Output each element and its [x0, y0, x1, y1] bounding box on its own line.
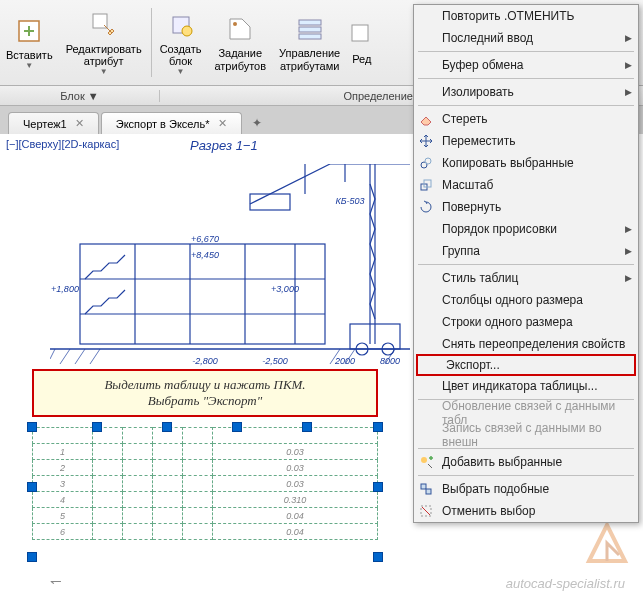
svg-line-49 [422, 507, 430, 515]
manage-attributes-icon [294, 13, 326, 45]
menu-item-9[interactable]: Копировать выбранные [414, 152, 638, 174]
svg-text:8000: 8000 [380, 356, 400, 366]
svg-rect-12 [250, 194, 290, 210]
cad-table[interactable]: 10.03 20.03 30.03 40.310 50.04 60.04 [32, 427, 378, 540]
menu-item-25[interactable]: Добавить выбранные [414, 451, 638, 473]
watermark-logo-icon [583, 519, 631, 567]
grip-handle[interactable] [27, 482, 37, 492]
close-icon[interactable]: ✕ [75, 117, 84, 130]
menu-item-17[interactable]: Строки одного размера [414, 311, 638, 333]
svg-rect-47 [426, 489, 431, 494]
grip-handle[interactable] [232, 422, 242, 432]
chevron-right-icon: ▶ [625, 87, 632, 97]
tag-icon [224, 13, 256, 45]
ribbon-more-button[interactable]: Ред [347, 0, 377, 85]
svg-text:+3,000: +3,000 [271, 284, 299, 294]
menu-item-10[interactable]: Масштаб [414, 174, 638, 196]
add-sel-icon [418, 454, 434, 470]
grip-handle[interactable] [373, 422, 383, 432]
manage-attributes-button[interactable]: Управление атрибутами [273, 0, 347, 85]
watermark-text: autocad-specialist.ru [506, 576, 625, 591]
menu-item-11[interactable]: Повернуть [414, 196, 638, 218]
menu-item-20[interactable]: Цвет индикатора таблицы... [414, 375, 638, 397]
chevron-right-icon: ▶ [625, 273, 632, 283]
rotate-icon [418, 199, 434, 215]
menu-item-5[interactable]: Изолировать▶ [414, 81, 638, 103]
section-title: Разрез 1−1 [190, 138, 258, 153]
viewport-controls[interactable]: [−][Сверху][2D-каркас] [6, 138, 119, 150]
menu-item-8[interactable]: Переместить [414, 130, 638, 152]
svg-rect-7 [299, 34, 321, 39]
insert-block-icon [13, 15, 45, 47]
svg-line-23 [60, 349, 70, 364]
grip-handle[interactable] [373, 552, 383, 562]
menu-item-15[interactable]: Стиль таблиц▶ [414, 267, 638, 289]
edit-attribute-icon [88, 9, 120, 41]
context-menu: Повторить .ОТМЕНИТЬПоследний ввод▶Буфер … [413, 4, 639, 523]
svg-rect-46 [421, 484, 426, 489]
erase-icon [418, 111, 434, 127]
menu-item-18[interactable]: Снять переопределения свойств [414, 333, 638, 355]
insert-button[interactable]: Вставить ▼ [0, 0, 60, 85]
grip-handle[interactable] [373, 482, 383, 492]
chevron-right-icon: ▶ [625, 33, 632, 43]
svg-point-45 [421, 457, 427, 463]
svg-text:КБ-503: КБ-503 [335, 196, 364, 206]
svg-text:-2,500: -2,500 [262, 356, 288, 366]
scroll-left-icon[interactable]: ↽ [50, 573, 62, 589]
instruction-callout: Выделить таблицу и нажать ПКМ. Выбрать "… [32, 369, 378, 417]
grip-handle[interactable] [162, 422, 172, 432]
new-tab-button[interactable]: ✦ [244, 112, 270, 134]
section-drawing: КБ-503 +6,670 +8,450 +1,800 +3,000 -2,80… [50, 164, 410, 364]
svg-line-22 [50, 349, 55, 359]
edit-attribute-button[interactable]: Редактировать атрибут ▼ [60, 0, 149, 85]
svg-point-4 [233, 22, 237, 26]
grip-handle[interactable] [27, 422, 37, 432]
svg-text:2000: 2000 [334, 356, 355, 366]
menu-item-27[interactable]: Выбрать подобные [414, 478, 638, 500]
create-block-button[interactable]: Создать блок ▼ [154, 0, 209, 85]
chevron-right-icon: ▶ [625, 224, 632, 234]
grip-handle[interactable] [302, 422, 312, 432]
close-icon[interactable]: ✕ [218, 117, 227, 130]
copy-icon [418, 155, 434, 171]
panel-block[interactable]: Блок ▼ [0, 90, 160, 102]
menu-item-1[interactable]: Последний ввод▶ [414, 27, 638, 49]
tab-drawing1[interactable]: Чертеж1 ✕ [8, 112, 99, 134]
scale-icon [418, 177, 434, 193]
svg-text:+8,450: +8,450 [191, 250, 219, 260]
chevron-right-icon: ▶ [625, 60, 632, 70]
define-attributes-button[interactable]: Задание атрибутов [208, 0, 273, 85]
menu-item-23: Запись связей с данными во внешн [414, 424, 638, 446]
svg-point-3 [182, 26, 192, 36]
chevron-right-icon: ▶ [625, 246, 632, 256]
grip-handle[interactable] [92, 422, 102, 432]
svg-text:+1,800: +1,800 [51, 284, 79, 294]
create-block-icon [165, 9, 197, 41]
menu-item-19[interactable]: Экспорт... [416, 354, 636, 376]
move-icon [418, 133, 434, 149]
svg-text:-2,800: -2,800 [192, 356, 218, 366]
menu-item-28[interactable]: Отменить выбор [414, 500, 638, 522]
menu-item-16[interactable]: Столбцы одного размера [414, 289, 638, 311]
tab-export-excel[interactable]: Экспорт в Эксель* ✕ [101, 112, 242, 134]
deselect-icon [418, 503, 434, 519]
svg-rect-8 [352, 25, 368, 41]
svg-rect-6 [299, 27, 321, 32]
svg-text:+6,670: +6,670 [191, 234, 219, 244]
menu-item-12[interactable]: Порядок прорисовки▶ [414, 218, 638, 240]
grip-handle[interactable] [27, 552, 37, 562]
menu-item-13[interactable]: Группа▶ [414, 240, 638, 262]
svg-point-42 [425, 158, 431, 164]
selected-table[interactable]: 10.03 20.03 30.03 40.310 50.04 60.04 [32, 427, 378, 557]
svg-line-25 [90, 349, 100, 364]
menu-item-7[interactable]: Стереть [414, 108, 638, 130]
svg-line-24 [75, 349, 85, 364]
menu-item-0[interactable]: Повторить .ОТМЕНИТЬ [414, 5, 638, 27]
menu-item-3[interactable]: Буфер обмена▶ [414, 54, 638, 76]
edit-block-icon [347, 19, 377, 51]
similar-icon [418, 481, 434, 497]
svg-rect-5 [299, 20, 321, 25]
